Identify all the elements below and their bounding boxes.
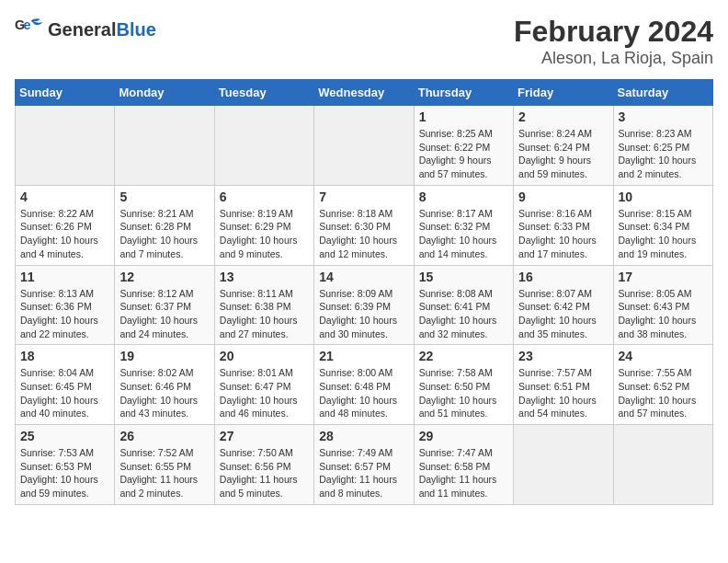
day-number: 12 [119, 270, 209, 284]
logo: G e GeneralBlue [15, 15, 156, 44]
calendar-cell: 25Sunrise: 7:53 AM Sunset: 6:53 PM Dayli… [16, 425, 115, 505]
day-number: 28 [319, 429, 408, 443]
calendar-cell [613, 425, 712, 505]
day-number: 24 [619, 349, 708, 363]
calendar-cell: 7Sunrise: 8:18 AM Sunset: 6:30 PM Daylig… [314, 185, 414, 265]
day-info: Sunrise: 7:50 AM Sunset: 6:56 PM Dayligh… [220, 446, 309, 500]
day-info: Sunrise: 8:00 AM Sunset: 6:48 PM Dayligh… [319, 366, 408, 420]
day-info: Sunrise: 8:02 AM Sunset: 6:46 PM Dayligh… [119, 366, 209, 420]
day-number: 1 [419, 109, 508, 124]
calendar-cell: 3Sunrise: 8:23 AM Sunset: 6:25 PM Daylig… [613, 106, 712, 186]
day-number: 3 [619, 109, 708, 124]
calendar-week-row: 25Sunrise: 7:53 AM Sunset: 6:53 PM Dayli… [16, 425, 713, 505]
day-info: Sunrise: 7:57 AM Sunset: 6:51 PM Dayligh… [518, 366, 608, 420]
calendar-cell [514, 425, 613, 505]
calendar-cell: 12Sunrise: 8:12 AM Sunset: 6:37 PM Dayli… [115, 265, 214, 345]
day-number: 17 [619, 270, 708, 284]
calendar-cell: 10Sunrise: 8:15 AM Sunset: 6:34 PM Dayli… [613, 185, 712, 265]
calendar-cell: 16Sunrise: 8:07 AM Sunset: 6:42 PM Dayli… [514, 265, 613, 345]
calendar-cell: 26Sunrise: 7:52 AM Sunset: 6:55 PM Dayli… [115, 425, 214, 505]
calendar-week-row: 4Sunrise: 8:22 AM Sunset: 6:26 PM Daylig… [16, 185, 713, 265]
day-number: 19 [119, 349, 209, 363]
day-number: 23 [518, 349, 608, 363]
day-number: 9 [518, 190, 608, 204]
day-info: Sunrise: 8:15 AM Sunset: 6:34 PM Dayligh… [619, 207, 708, 261]
day-number: 16 [518, 270, 608, 284]
header-tuesday: Tuesday [214, 80, 313, 106]
day-number: 6 [220, 190, 309, 204]
calendar-cell: 22Sunrise: 7:58 AM Sunset: 6:50 PM Dayli… [414, 345, 513, 425]
day-number: 22 [419, 349, 508, 363]
header-friday: Friday [514, 80, 613, 106]
calendar-cell [214, 106, 313, 186]
day-number: 18 [20, 349, 109, 363]
day-info: Sunrise: 8:12 AM Sunset: 6:37 PM Dayligh… [119, 287, 209, 341]
calendar-subtitle: Aleson, La Rioja, Spain [514, 49, 713, 68]
day-info: Sunrise: 8:01 AM Sunset: 6:47 PM Dayligh… [220, 366, 309, 420]
day-number: 25 [20, 429, 109, 443]
calendar-week-row: 1Sunrise: 8:25 AM Sunset: 6:22 PM Daylig… [16, 106, 713, 186]
day-number: 21 [319, 349, 408, 363]
day-info: Sunrise: 8:22 AM Sunset: 6:26 PM Dayligh… [20, 207, 109, 261]
calendar-header-row: SundayMondayTuesdayWednesdayThursdayFrid… [16, 80, 713, 106]
calendar-cell: 24Sunrise: 7:55 AM Sunset: 6:52 PM Dayli… [613, 345, 712, 425]
calendar-cell: 6Sunrise: 8:19 AM Sunset: 6:29 PM Daylig… [214, 185, 313, 265]
day-info: Sunrise: 8:18 AM Sunset: 6:30 PM Dayligh… [319, 207, 408, 261]
day-number: 7 [319, 190, 408, 204]
day-info: Sunrise: 8:11 AM Sunset: 6:38 PM Dayligh… [220, 287, 309, 341]
day-info: Sunrise: 7:47 AM Sunset: 6:58 PM Dayligh… [419, 446, 508, 500]
calendar-cell [314, 106, 414, 186]
day-info: Sunrise: 8:17 AM Sunset: 6:32 PM Dayligh… [419, 207, 508, 261]
logo-icon: G e [15, 15, 44, 44]
calendar-cell: 21Sunrise: 8:00 AM Sunset: 6:48 PM Dayli… [314, 345, 414, 425]
day-info: Sunrise: 8:08 AM Sunset: 6:41 PM Dayligh… [419, 287, 508, 341]
calendar-week-row: 18Sunrise: 8:04 AM Sunset: 6:45 PM Dayli… [16, 345, 713, 425]
calendar-week-row: 11Sunrise: 8:13 AM Sunset: 6:36 PM Dayli… [16, 265, 713, 345]
page-header: G e GeneralBlue February 2024 Aleson, La… [15, 15, 713, 68]
calendar-title: February 2024 [514, 15, 713, 49]
calendar-cell: 2Sunrise: 8:24 AM Sunset: 6:24 PM Daylig… [514, 106, 613, 186]
header-monday: Monday [115, 80, 214, 106]
day-info: Sunrise: 8:07 AM Sunset: 6:42 PM Dayligh… [518, 287, 608, 341]
day-info: Sunrise: 7:55 AM Sunset: 6:52 PM Dayligh… [619, 366, 708, 420]
day-number: 15 [419, 270, 508, 284]
day-info: Sunrise: 8:19 AM Sunset: 6:29 PM Dayligh… [220, 207, 309, 261]
day-info: Sunrise: 8:23 AM Sunset: 6:25 PM Dayligh… [619, 127, 708, 181]
day-number: 13 [220, 270, 309, 284]
calendar-cell: 9Sunrise: 8:16 AM Sunset: 6:33 PM Daylig… [514, 185, 613, 265]
calendar-cell: 29Sunrise: 7:47 AM Sunset: 6:58 PM Dayli… [414, 425, 513, 505]
calendar-cell: 1Sunrise: 8:25 AM Sunset: 6:22 PM Daylig… [414, 106, 513, 186]
header-saturday: Saturday [613, 80, 712, 106]
calendar-cell [16, 106, 115, 186]
calendar-cell: 20Sunrise: 8:01 AM Sunset: 6:47 PM Dayli… [214, 345, 313, 425]
calendar-cell: 27Sunrise: 7:50 AM Sunset: 6:56 PM Dayli… [214, 425, 313, 505]
calendar-cell: 8Sunrise: 8:17 AM Sunset: 6:32 PM Daylig… [414, 185, 513, 265]
day-info: Sunrise: 8:09 AM Sunset: 6:39 PM Dayligh… [319, 287, 408, 341]
svg-text:e: e [24, 17, 31, 32]
day-info: Sunrise: 8:21 AM Sunset: 6:28 PM Dayligh… [119, 207, 209, 261]
calendar-cell: 17Sunrise: 8:05 AM Sunset: 6:43 PM Dayli… [613, 265, 712, 345]
day-info: Sunrise: 8:13 AM Sunset: 6:36 PM Dayligh… [20, 287, 109, 341]
logo-general: General [48, 19, 116, 40]
calendar-cell: 4Sunrise: 8:22 AM Sunset: 6:26 PM Daylig… [16, 185, 115, 265]
day-number: 11 [20, 270, 109, 284]
calendar-cell: 11Sunrise: 8:13 AM Sunset: 6:36 PM Dayli… [16, 265, 115, 345]
day-number: 10 [619, 190, 708, 204]
day-info: Sunrise: 8:16 AM Sunset: 6:33 PM Dayligh… [518, 207, 608, 261]
logo-blue: Blue [116, 19, 155, 40]
day-info: Sunrise: 7:49 AM Sunset: 6:57 PM Dayligh… [319, 446, 408, 500]
header-sunday: Sunday [16, 80, 115, 106]
day-number: 29 [419, 429, 508, 443]
day-info: Sunrise: 7:52 AM Sunset: 6:55 PM Dayligh… [119, 446, 209, 500]
day-info: Sunrise: 8:25 AM Sunset: 6:22 PM Dayligh… [419, 127, 508, 181]
header-thursday: Thursday [414, 80, 513, 106]
day-number: 26 [119, 429, 209, 443]
day-info: Sunrise: 7:53 AM Sunset: 6:53 PM Dayligh… [20, 446, 109, 500]
header-wednesday: Wednesday [314, 80, 414, 106]
day-number: 14 [319, 270, 408, 284]
calendar-cell: 15Sunrise: 8:08 AM Sunset: 6:41 PM Dayli… [414, 265, 513, 345]
calendar-cell: 13Sunrise: 8:11 AM Sunset: 6:38 PM Dayli… [214, 265, 313, 345]
day-number: 5 [119, 190, 209, 204]
calendar-cell: 19Sunrise: 8:02 AM Sunset: 6:46 PM Dayli… [115, 345, 214, 425]
day-info: Sunrise: 8:04 AM Sunset: 6:45 PM Dayligh… [20, 366, 109, 420]
